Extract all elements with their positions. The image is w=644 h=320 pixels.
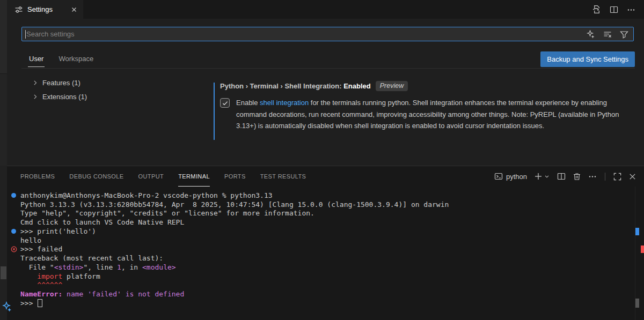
setting-description: Enable shell integration for the termina… [236, 97, 630, 132]
panel-tab-ports[interactable]: PORTS [224, 166, 246, 187]
terminal-gutter [7, 229, 20, 234]
terminal-line: >>> print('hello') [7, 227, 633, 236]
command-success-decoration[interactable] [11, 229, 16, 234]
chevron-down-icon[interactable] [544, 173, 550, 180]
terminal-gutter [7, 193, 20, 198]
terminal-profile-label: python [506, 173, 527, 181]
terminal-line: ^^^^^^ [7, 281, 633, 290]
panel-tab-terminal[interactable]: TERMINAL [178, 166, 210, 187]
settings-toc: Features (1)Extensions (1) [7, 69, 206, 166]
terminal-text: File " [20, 263, 54, 271]
tab-settings[interactable]: Settings [7, 0, 83, 19]
scope-tab-workspace[interactable]: Workspace [57, 51, 94, 66]
toc-item-features[interactable]: Features (1) [32, 76, 206, 90]
new-terminal-button[interactable] [534, 172, 550, 181]
preview-badge: Preview [376, 81, 408, 91]
chevron-right-icon [32, 93, 39, 100]
panel-tabs: PROBLEMSDEBUG CONSOLEOUTPUTTERMINALPORTS… [20, 166, 306, 187]
chevron-right-icon [32, 79, 39, 86]
terminal-text: 1 [117, 263, 121, 271]
open-settings-json-icon[interactable] [592, 5, 601, 14]
overview-error-marker[interactable] [641, 245, 644, 253]
split-editor-icon[interactable] [610, 5, 618, 14]
tab-title: Settings [27, 5, 66, 13]
setting-details: Python › Terminal › Shell Integration: E… [206, 69, 644, 166]
workbench: Settings [7, 0, 644, 320]
more-actions-icon[interactable] [627, 5, 635, 14]
terminal-line: Traceback (most recent call last): [7, 254, 633, 263]
terminal-ai-hint-icon[interactable] [2, 301, 14, 313]
split-terminal-icon[interactable] [557, 172, 566, 181]
shell-integration-checkbox[interactable] [220, 98, 230, 108]
kill-terminal-icon[interactable] [573, 172, 581, 181]
ai-search-icon[interactable] [587, 30, 595, 39]
terminal-text: Cmd click to launch VS Code Native REPL [20, 218, 184, 226]
sidebar-edge [0, 0, 7, 320]
terminal-text: ", line [83, 263, 117, 271]
terminal-gutter [7, 246, 20, 252]
terminal-text: name 'failed' is not defined [62, 290, 184, 298]
settings-scope-row: User Workspace Backup and Sync Settings [28, 50, 635, 68]
terminal-line: NameError: name 'failed' is not defined [7, 289, 633, 299]
terminal-text: <stdin> [54, 263, 84, 271]
setting-modified-indicator [214, 83, 215, 140]
overview-scroll-marker[interactable] [635, 299, 639, 308]
terminal-text: , in [121, 263, 142, 271]
settings-body: Features (1)Extensions (1) Python › Term… [7, 69, 644, 166]
terminal-text: anthonykim@Anthonys-MacBook-Pro-2 vscode… [20, 191, 273, 199]
backup-sync-settings-button[interactable]: Backup and Sync Settings [540, 51, 635, 67]
panel-tab-test-results[interactable]: TEST RESULTS [260, 166, 306, 187]
terminal-text: import [37, 272, 62, 280]
command-error-decoration[interactable] [11, 246, 17, 252]
terminal-line: >>> [7, 299, 633, 308]
settings-editor: Search settings [7, 19, 644, 166]
terminal-line: Python 3.13.3 (v3.13.3:6280bb54784, Apr … [7, 200, 633, 209]
plus-icon [534, 172, 543, 181]
toc-item-label: Extensions (1) [42, 93, 87, 101]
command-success-decoration[interactable] [11, 193, 16, 198]
sidebar-edge-bottom [0, 166, 7, 320]
terminal-text: Type "help", "copyright", "credits" or "… [20, 209, 314, 217]
sidebar-scrollbar-thumb[interactable] [1, 266, 6, 279]
shell-integration-link[interactable]: shell integration [260, 99, 309, 107]
close-panel-icon[interactable] [628, 173, 636, 181]
panel-actions: python [494, 172, 636, 181]
toc-item-extensions[interactable]: Extensions (1) [32, 90, 206, 103]
maximize-panel-icon[interactable] [613, 173, 621, 181]
setting-title: Python › Terminal › Shell Integration: E… [220, 81, 630, 92]
editor-actions [592, 0, 644, 19]
clear-filters-icon[interactable] [603, 30, 612, 39]
bottom-panel: PROBLEMSDEBUG CONSOLEOUTPUTTERMINALPORTS… [7, 166, 644, 320]
filter-icon[interactable] [620, 30, 628, 39]
sidebar-edge-top [0, 0, 7, 74]
terminal-cursor [38, 299, 42, 307]
panel-tab-debug-console[interactable]: DEBUG CONSOLE [69, 166, 123, 187]
terminal-text: Python 3.13.3 (v3.13.3:6280bb54784, Apr … [20, 200, 449, 209]
toolbar-separator [605, 173, 605, 181]
editor-tab-bar: Settings [7, 0, 644, 19]
terminal-text: >>> [20, 299, 37, 307]
terminal-text [20, 281, 37, 289]
terminal-icon [494, 172, 503, 181]
panel-tab-problems[interactable]: PROBLEMS [20, 166, 55, 187]
settings-sliders-icon [14, 5, 23, 14]
terminal-line: Type "help", "copyright", "credits" or "… [7, 209, 633, 218]
terminal-line: >>> failed [7, 245, 633, 254]
tab-close-icon[interactable] [70, 6, 78, 13]
terminal-line: import platform [7, 272, 633, 281]
terminal-text: >>> print('hello') [20, 227, 96, 235]
terminal-text: Traceback (most recent call last): [20, 254, 163, 262]
setting-title-value: Enabled [343, 82, 371, 90]
settings-search-input[interactable]: Search settings [21, 27, 634, 41]
description-text: Enable [236, 99, 260, 107]
terminal-line: anthonykim@Anthonys-MacBook-Pro-2 vscode… [7, 191, 633, 200]
terminal-profile-selector[interactable]: python [494, 172, 527, 181]
text-caret [25, 30, 26, 39]
overview-command-marker[interactable] [635, 228, 639, 235]
terminal-output[interactable]: anthonykim@Anthonys-MacBook-Pro-2 vscode… [7, 191, 633, 320]
panel-tab-output[interactable]: OUTPUT [138, 166, 164, 187]
scope-tab-user[interactable]: User [28, 51, 45, 67]
setting-title-path: Python › Terminal › Shell Integration: [220, 82, 343, 90]
panel-more-actions-icon[interactable] [588, 172, 597, 181]
terminal-text [20, 272, 37, 280]
